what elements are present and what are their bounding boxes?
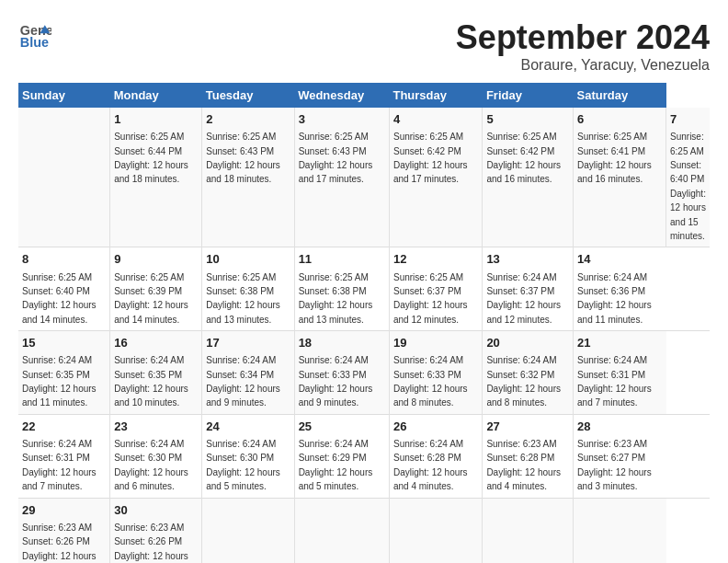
day-cell: 18Sunrise: 6:24 AMSunset: 6:33 PMDayligh… [294,331,389,415]
day-number: 9 [114,251,198,268]
day-info: Sunrise: 6:24 AMSunset: 6:32 PMDaylight:… [486,355,561,408]
day-number: 7 [670,111,706,128]
day-info: Sunrise: 6:25 AMSunset: 6:37 PMDaylight:… [393,272,468,325]
main-title: September 2024 [456,18,710,57]
day-cell: 28Sunrise: 6:23 AMSunset: 6:27 PMDayligh… [574,414,666,498]
day-info: Sunrise: 6:24 AMSunset: 6:35 PMDaylight:… [22,355,97,408]
day-cell: 3Sunrise: 6:25 AMSunset: 6:43 PMDaylight… [294,108,389,247]
day-cell: 7Sunrise: 6:25 AMSunset: 6:40 PMDaylight… [666,108,710,247]
day-info: Sunrise: 6:25 AMSunset: 6:41 PMDaylight:… [577,132,652,184]
day-info: Sunrise: 6:24 AMSunset: 6:35 PMDaylight:… [114,355,188,408]
day-cell: 20Sunrise: 6:24 AMSunset: 6:32 PMDayligh… [483,331,574,415]
day-number: 19 [393,335,478,351]
day-number: 17 [206,335,290,351]
day-cell: 23Sunrise: 6:24 AMSunset: 6:30 PMDayligh… [110,414,202,498]
day-number: 20 [486,335,569,351]
day-cell: 10Sunrise: 6:25 AMSunset: 6:38 PMDayligh… [202,247,294,331]
day-number: 11 [299,251,385,268]
day-number: 18 [299,335,385,351]
week-row-1: 1Sunrise: 6:25 AMSunset: 6:44 PMDaylight… [18,108,710,247]
day-cell: 15Sunrise: 6:24 AMSunset: 6:35 PMDayligh… [18,331,110,415]
day-number: 22 [22,419,106,435]
day-number: 1 [114,111,198,128]
day-number: 8 [22,251,106,268]
day-number: 10 [206,251,290,268]
day-cell: 30Sunrise: 6:23 AMSunset: 6:26 PMDayligh… [110,498,202,563]
svg-text:Blue: Blue [20,35,49,50]
calendar-table: SundayMondayTuesdayWednesdayThursdayFrid… [18,83,710,563]
day-cell: 5Sunrise: 6:25 AMSunset: 6:42 PMDaylight… [483,108,574,247]
day-cell: 12Sunrise: 6:25 AMSunset: 6:37 PMDayligh… [389,247,482,331]
day-cell: 17Sunrise: 6:24 AMSunset: 6:34 PMDayligh… [202,331,294,415]
day-info: Sunrise: 6:24 AMSunset: 6:33 PMDaylight:… [299,355,373,408]
day-cell: 26Sunrise: 6:24 AMSunset: 6:28 PMDayligh… [389,414,482,498]
day-cell [389,498,482,563]
col-header-wednesday: Wednesday [294,83,389,108]
day-info: Sunrise: 6:24 AMSunset: 6:33 PMDaylight:… [393,355,468,408]
day-number: 5 [486,111,569,128]
col-header-monday: Monday [110,83,202,108]
day-cell: 29Sunrise: 6:23 AMSunset: 6:26 PMDayligh… [18,498,110,563]
col-header-saturday: Saturday [574,83,666,108]
day-number: 21 [577,335,662,351]
day-number: 23 [114,419,198,435]
day-info: Sunrise: 6:25 AMSunset: 6:42 PMDaylight:… [393,132,468,184]
day-cell: 14Sunrise: 6:24 AMSunset: 6:36 PMDayligh… [574,247,666,331]
day-cell: 19Sunrise: 6:24 AMSunset: 6:33 PMDayligh… [389,331,482,415]
day-number: 14 [577,251,662,268]
day-cell [294,498,389,563]
col-header-tuesday: Tuesday [202,83,294,108]
day-info: Sunrise: 6:25 AMSunset: 6:39 PMDaylight:… [114,272,188,325]
day-info: Sunrise: 6:25 AMSunset: 6:44 PMDaylight:… [114,132,188,184]
day-cell [18,108,110,247]
day-cell: 25Sunrise: 6:24 AMSunset: 6:29 PMDayligh… [294,414,389,498]
day-info: Sunrise: 6:24 AMSunset: 6:28 PMDaylight:… [393,439,468,491]
day-cell: 4Sunrise: 6:25 AMSunset: 6:42 PMDaylight… [389,108,482,247]
day-number: 26 [393,419,478,435]
day-number: 6 [577,111,662,128]
day-info: Sunrise: 6:25 AMSunset: 6:43 PMDaylight:… [206,132,280,184]
day-number: 27 [486,419,569,435]
day-cell: 24Sunrise: 6:24 AMSunset: 6:30 PMDayligh… [202,414,294,498]
day-cell: 13Sunrise: 6:24 AMSunset: 6:37 PMDayligh… [483,247,574,331]
day-number: 30 [114,502,198,519]
day-cell: 6Sunrise: 6:25 AMSunset: 6:41 PMDaylight… [574,108,666,247]
week-row-5: 29Sunrise: 6:23 AMSunset: 6:26 PMDayligh… [18,498,710,563]
day-info: Sunrise: 6:25 AMSunset: 6:38 PMDaylight:… [299,272,373,325]
col-header-sunday: Sunday [18,83,110,108]
day-cell [202,498,294,563]
day-cell: 1Sunrise: 6:25 AMSunset: 6:44 PMDaylight… [110,108,202,247]
day-number: 25 [299,419,385,435]
day-number: 16 [114,335,198,351]
day-info: Sunrise: 6:24 AMSunset: 6:37 PMDaylight:… [486,272,561,325]
day-info: Sunrise: 6:24 AMSunset: 6:34 PMDaylight:… [206,355,280,408]
day-info: Sunrise: 6:23 AMSunset: 6:28 PMDaylight:… [486,439,561,491]
day-number: 13 [486,251,569,268]
day-cell: 27Sunrise: 6:23 AMSunset: 6:28 PMDayligh… [483,414,574,498]
col-header-thursday: Thursday [389,83,482,108]
day-info: Sunrise: 6:25 AMSunset: 6:43 PMDaylight:… [299,132,373,184]
day-number: 4 [393,111,478,128]
day-cell: 8Sunrise: 6:25 AMSunset: 6:40 PMDaylight… [18,247,110,331]
day-cell [574,498,666,563]
header: General Blue September 2024 Boraure, Yar… [18,18,710,74]
day-cell: 9Sunrise: 6:25 AMSunset: 6:39 PMDaylight… [110,247,202,331]
title-section: September 2024 Boraure, Yaracuy, Venezue… [456,18,710,74]
day-number: 28 [577,419,662,435]
day-info: Sunrise: 6:25 AMSunset: 6:38 PMDaylight:… [206,272,280,325]
day-info: Sunrise: 6:24 AMSunset: 6:30 PMDaylight:… [114,439,188,491]
day-number: 3 [299,111,385,128]
day-info: Sunrise: 6:23 AMSunset: 6:27 PMDaylight:… [577,439,652,491]
logo-icon: General Blue [18,18,51,52]
day-cell: 22Sunrise: 6:24 AMSunset: 6:31 PMDayligh… [18,414,110,498]
col-header-friday: Friday [483,83,574,108]
calendar-header-row: SundayMondayTuesdayWednesdayThursdayFrid… [18,83,710,108]
day-cell: 16Sunrise: 6:24 AMSunset: 6:35 PMDayligh… [110,331,202,415]
day-cell: 11Sunrise: 6:25 AMSunset: 6:38 PMDayligh… [294,247,389,331]
day-info: Sunrise: 6:24 AMSunset: 6:31 PMDaylight:… [22,439,97,491]
day-number: 12 [393,251,478,268]
day-info: Sunrise: 6:24 AMSunset: 6:29 PMDaylight:… [299,439,373,491]
week-row-4: 22Sunrise: 6:24 AMSunset: 6:31 PMDayligh… [18,414,710,498]
week-row-3: 15Sunrise: 6:24 AMSunset: 6:35 PMDayligh… [18,331,710,415]
logo: General Blue [18,18,51,52]
